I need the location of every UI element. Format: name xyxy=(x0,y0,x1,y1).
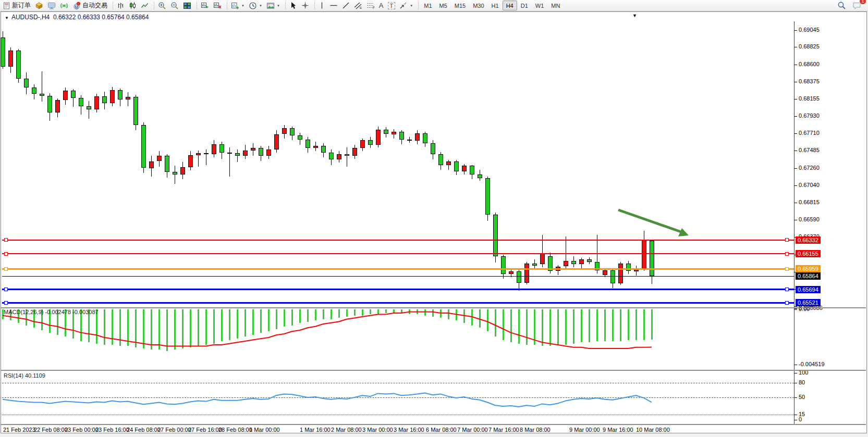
pane-divider[interactable] xyxy=(1,307,866,308)
arrows-button[interactable]: ▼ xyxy=(397,0,415,11)
timeframe-w1-button[interactable]: W1 xyxy=(532,1,548,10)
candlestick-chart-button[interactable] xyxy=(127,0,139,11)
bar-chart-button[interactable] xyxy=(115,0,127,11)
line-handle[interactable] xyxy=(785,301,789,305)
vertical-line-button[interactable] xyxy=(316,0,327,11)
trend-arrow[interactable] xyxy=(615,206,699,242)
search-icon xyxy=(837,1,846,10)
candle-body xyxy=(384,130,388,134)
crosshair-button[interactable] xyxy=(299,0,311,11)
line-handle[interactable] xyxy=(785,267,789,271)
text-label-icon: T xyxy=(388,2,396,9)
line-handle[interactable] xyxy=(4,238,8,242)
trendline-button[interactable] xyxy=(340,0,352,11)
horizontal-line-button[interactable] xyxy=(327,0,340,11)
collapse-icon[interactable]: ▼ xyxy=(5,16,9,20)
search-button[interactable] xyxy=(835,0,848,11)
indicator-window-remove-icon xyxy=(213,2,222,10)
timeframe-m1-button[interactable]: M1 xyxy=(420,1,435,10)
line-handle[interactable] xyxy=(785,252,789,256)
candle-body xyxy=(212,144,216,154)
equidistant-channel-button[interactable]: E xyxy=(352,0,364,11)
rsi-label: RSI(14) 40.1109 xyxy=(4,372,45,379)
pane-divider[interactable] xyxy=(1,370,866,371)
price-tick-label: 0.68825 xyxy=(799,43,820,49)
candle-body xyxy=(8,51,13,67)
fibonacci-icon: F xyxy=(366,2,375,9)
text-tool-button[interactable]: A xyxy=(377,0,386,11)
candle-body xyxy=(79,98,83,106)
candle-body xyxy=(149,161,154,168)
new-order-button[interactable]: 新订单 xyxy=(1,0,33,11)
fibonacci-button[interactable]: F xyxy=(364,0,377,11)
timeframe-h4-button[interactable]: H4 xyxy=(503,1,517,10)
chart-symbol-period: AUDUSD-,H4 xyxy=(11,14,50,21)
cursor-icon xyxy=(289,2,297,9)
price-level-line[interactable] xyxy=(2,253,794,254)
candle-body xyxy=(524,264,529,283)
candle-body xyxy=(259,148,263,156)
price-level-line[interactable] xyxy=(2,268,794,270)
market-watch-button[interactable] xyxy=(33,0,45,11)
templates-button[interactable]: ▼ xyxy=(264,0,282,11)
zoom-out-button[interactable] xyxy=(168,0,181,11)
new-chart-button[interactable]: ▼ xyxy=(229,0,247,11)
timeframe-m5-button[interactable]: M5 xyxy=(436,1,451,10)
price-tick-dash xyxy=(794,99,797,99)
price-level-line[interactable] xyxy=(2,276,794,277)
line-handle[interactable] xyxy=(4,288,8,291)
candle-body xyxy=(180,167,185,174)
tile-windows-button[interactable] xyxy=(181,0,193,11)
period-button[interactable]: ▼ xyxy=(247,0,264,11)
candle-body xyxy=(564,261,568,266)
candle-body xyxy=(618,264,623,284)
price-level-line[interactable] xyxy=(2,289,794,290)
price-level-label: 0.66155 xyxy=(796,250,821,257)
line-handle[interactable] xyxy=(4,301,8,305)
candle-body xyxy=(517,271,521,283)
macd-axis-dash xyxy=(794,365,797,365)
timeframe-m30-button[interactable]: M30 xyxy=(469,1,487,10)
timeframe-h1-button[interactable]: H1 xyxy=(488,1,503,10)
text-label-button[interactable]: T xyxy=(386,0,398,11)
price-tick-label: 0.69045 xyxy=(799,27,820,33)
candle-body xyxy=(446,161,451,165)
macd-label: MACD(12,26,9) -0.002478 -0.003087 xyxy=(4,309,99,315)
notifications-button[interactable]: 1 xyxy=(850,0,864,11)
line-chart-button[interactable] xyxy=(139,0,151,11)
line-handle[interactable] xyxy=(785,238,789,242)
line-handle[interactable] xyxy=(785,288,789,291)
time-axis-label: 3 Mar 00:00 xyxy=(362,427,393,433)
data-window-button[interactable] xyxy=(45,0,58,11)
candle-body xyxy=(251,148,255,151)
zoom-in-button[interactable] xyxy=(156,0,168,11)
candle-body xyxy=(438,154,443,165)
price-level-line[interactable] xyxy=(2,302,794,304)
time-axis-label: 1 Mar 00:00 xyxy=(249,427,280,433)
candle-body xyxy=(626,264,631,271)
cursor-button[interactable] xyxy=(287,0,299,11)
indicator-window-remove-button[interactable] xyxy=(211,0,224,11)
auto-trading-button[interactable]: 自动交易 xyxy=(70,0,109,11)
timeframe-mn-button[interactable]: MN xyxy=(547,1,564,10)
chart-shift-marker[interactable]: ▼ xyxy=(632,13,637,18)
line-handle[interactable] xyxy=(4,252,8,256)
candle-body xyxy=(352,148,357,156)
navigator-button[interactable] xyxy=(58,0,70,11)
candle-body xyxy=(540,254,545,264)
price-tick-dash xyxy=(794,65,797,65)
time-axis-label: 23 Feb 00:00 xyxy=(65,427,99,433)
pane-divider xyxy=(1,424,866,425)
candle-body xyxy=(501,256,506,274)
candle-body xyxy=(603,270,607,275)
candle-body xyxy=(227,153,232,154)
time-axis-label: 28 Feb 08:00 xyxy=(218,427,252,433)
line-handle[interactable] xyxy=(4,267,8,271)
price-tick-label: 0.68375 xyxy=(799,78,820,84)
timeframe-m15-button[interactable]: M15 xyxy=(451,1,469,10)
indicator-window-icon xyxy=(201,2,209,10)
indicator-window-button[interactable] xyxy=(199,0,211,11)
time-axis-label: 24 Feb 08:00 xyxy=(127,427,161,433)
market-watch-icon xyxy=(35,2,43,10)
timeframe-d1-button[interactable]: D1 xyxy=(517,1,532,10)
